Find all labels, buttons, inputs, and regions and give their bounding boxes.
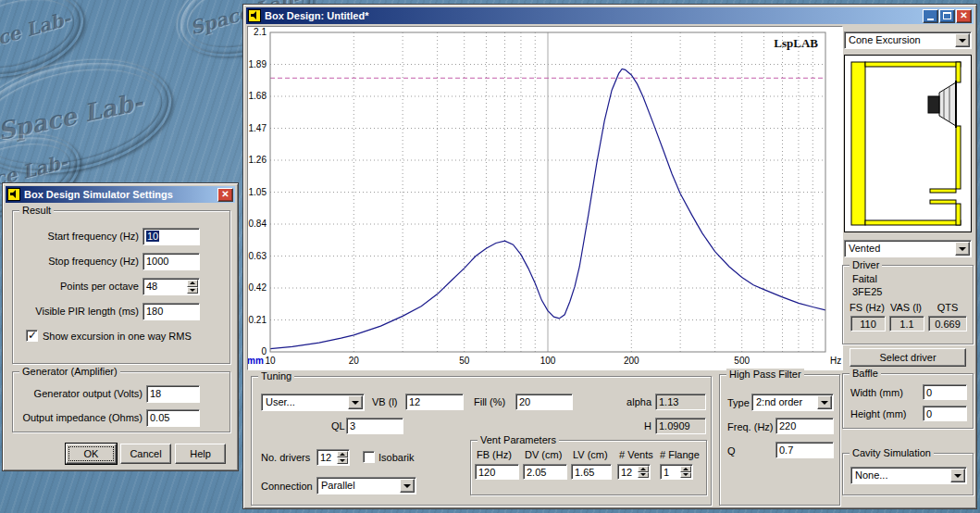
start-frequency-input[interactable]: 10 — [143, 228, 200, 245]
display-mode-combo[interactable]: Cone Excursion — [844, 31, 972, 49]
connection-combo[interactable]: Parallel — [316, 477, 416, 494]
generator-output-input[interactable]: 18 — [146, 385, 200, 403]
isobarik-checkbox[interactable] — [363, 451, 375, 463]
ql-label: QL — [331, 420, 345, 432]
maximize-button[interactable] — [939, 9, 955, 23]
minimize-button[interactable] — [923, 9, 938, 23]
spin-up-icon — [683, 468, 688, 470]
enclosure-diagram — [844, 55, 972, 232]
cavity-simulation-combo[interactable]: None... — [850, 467, 967, 484]
hpf-freq-input[interactable]: 220 — [775, 418, 834, 434]
svg-text:0.63: 0.63 — [249, 251, 267, 261]
tuning-mode-dropdown-button[interactable] — [348, 395, 363, 409]
cavity-simulation-group: Cavity Simulation None... — [842, 453, 974, 495]
fill-input[interactable]: 20 — [515, 394, 573, 410]
spin-down-icon — [683, 473, 688, 476]
h-label: H — [614, 420, 651, 432]
enclosure-type-value: Vented — [849, 243, 954, 255]
dialog-titlebar[interactable]: Box Design Simulator Settings ✕ — [6, 186, 235, 203]
hpf-type-label: Type — [727, 397, 750, 409]
enclosure-type-combo[interactable]: Vented — [844, 240, 972, 257]
vb-input[interactable]: 12 — [405, 394, 464, 410]
spin-down-button[interactable] — [638, 472, 649, 479]
cavity-group-label: Cavity Simulation — [850, 447, 934, 459]
baffle-width-label: Width (mm) — [850, 387, 903, 399]
lv-label: LV (cm) — [573, 449, 608, 461]
spin-up-icon — [340, 453, 345, 456]
show-excursion-checkbox[interactable] — [26, 330, 38, 342]
result-group-label: Result — [19, 205, 54, 217]
dv-input[interactable]: 2.05 — [523, 464, 567, 480]
num-drivers-spinner[interactable]: 12 — [316, 449, 350, 466]
enclosure-type-dropdown-button[interactable] — [955, 242, 970, 256]
display-mode-dropdown-button[interactable] — [955, 33, 970, 47]
tuning-group-label: Tuning — [258, 370, 294, 382]
ql-input[interactable]: 3 — [346, 418, 403, 434]
tuning-mode-value: User... — [266, 396, 347, 408]
stop-frequency-input[interactable]: 1000 — [143, 253, 200, 270]
spin-up-button[interactable] — [187, 280, 198, 287]
num-drivers-spin-buttons[interactable] — [337, 451, 348, 464]
num-flange-spinner[interactable]: 1 — [660, 464, 693, 480]
enclosure-diagram-drawing — [845, 56, 971, 231]
desktop-logo-text: Space Lab- — [0, 7, 73, 60]
excursion-chart-svg: 00.210.420.630.841.051.261.471.681.892.1… — [248, 27, 842, 369]
fb-label: FB (Hz) — [477, 449, 512, 461]
chevron-down-icon — [954, 474, 961, 478]
spin-down-icon — [190, 289, 195, 292]
spin-down-button[interactable] — [680, 472, 691, 479]
driver-group-label: Driver — [850, 259, 882, 271]
dialog-title: Box Design Simulator Settings — [24, 189, 217, 200]
num-flange-spin-buttons[interactable] — [680, 466, 691, 478]
cancel-button-label: Cancel — [130, 448, 161, 459]
points-per-octave-spinner[interactable]: 48 — [143, 278, 200, 295]
hpf-type-value: 2:nd order — [756, 396, 816, 408]
high-pass-filter-group: High Pass Filter Type 2:nd order Freq. (… — [719, 374, 840, 506]
hpf-q-input[interactable]: 0.7 — [775, 442, 834, 458]
help-button[interactable]: Help — [175, 444, 226, 464]
tuning-mode-combo[interactable]: User... — [261, 394, 365, 411]
hpf-type-combo[interactable]: 2:nd order — [751, 394, 834, 411]
close-button[interactable]: ✕ — [956, 9, 972, 23]
num-vents-spin-buttons[interactable] — [638, 466, 649, 478]
ok-button-label: OK — [84, 448, 99, 459]
output-impedance-input[interactable]: 0.05 — [146, 409, 200, 427]
generator-group-label: Generator (Amplifier) — [19, 366, 120, 378]
chevron-down-icon — [821, 401, 828, 405]
excursion-chart: 00.210.420.630.841.051.261.471.681.892.1… — [247, 26, 843, 370]
connection-dropdown-button[interactable] — [400, 479, 415, 493]
fb-input[interactable]: 120 — [475, 464, 519, 480]
num-vents-label: # Vents — [619, 449, 653, 461]
baffle-width-input[interactable]: 0 — [923, 384, 967, 400]
high-pass-filter-label: High Pass Filter — [726, 369, 804, 381]
result-group: Result Start frequency (Hz) 10 Stop freq… — [12, 210, 230, 364]
lv-input[interactable]: 1.65 — [571, 464, 612, 480]
driver-brand: Faital — [852, 273, 877, 285]
maximize-icon — [943, 12, 951, 19]
baffle-height-input[interactable]: 0 — [923, 406, 967, 421]
points-spin-buttons[interactable] — [187, 280, 198, 294]
tuning-group: Tuning User... VB (l) 12 Fill (%) 20 alp… — [251, 376, 712, 506]
main-window-title: Box Design: Untitled* — [265, 10, 922, 21]
num-vents-spinner[interactable]: 12 — [617, 464, 651, 480]
cancel-button[interactable]: Cancel — [120, 444, 171, 464]
spin-down-button[interactable] — [337, 457, 348, 464]
hpf-type-dropdown-button[interactable] — [817, 395, 832, 409]
start-frequency-selected-text: 10 — [146, 231, 159, 242]
visible-pir-length-input[interactable]: 180 — [143, 303, 200, 320]
vent-parameters-label: Vent Parameters — [478, 434, 559, 446]
ok-button[interactable]: OK — [66, 444, 117, 464]
driver-vas-value: 1.1 — [889, 316, 924, 332]
main-titlebar[interactable]: Box Design: Untitled* ✕ — [246, 7, 974, 24]
spin-up-button[interactable] — [337, 451, 348, 457]
select-driver-button[interactable]: Select driver — [850, 348, 966, 367]
chevron-down-icon — [959, 247, 966, 251]
cavity-dropdown-button[interactable] — [950, 469, 965, 482]
spin-down-button[interactable] — [187, 287, 198, 294]
close-icon: ✕ — [221, 190, 229, 199]
chevron-down-icon — [403, 484, 411, 488]
spin-down-icon — [340, 459, 345, 462]
close-icon: ✕ — [960, 11, 967, 20]
driver-qts-header: QTS — [928, 302, 967, 314]
dialog-close-button[interactable]: ✕ — [217, 188, 233, 202]
